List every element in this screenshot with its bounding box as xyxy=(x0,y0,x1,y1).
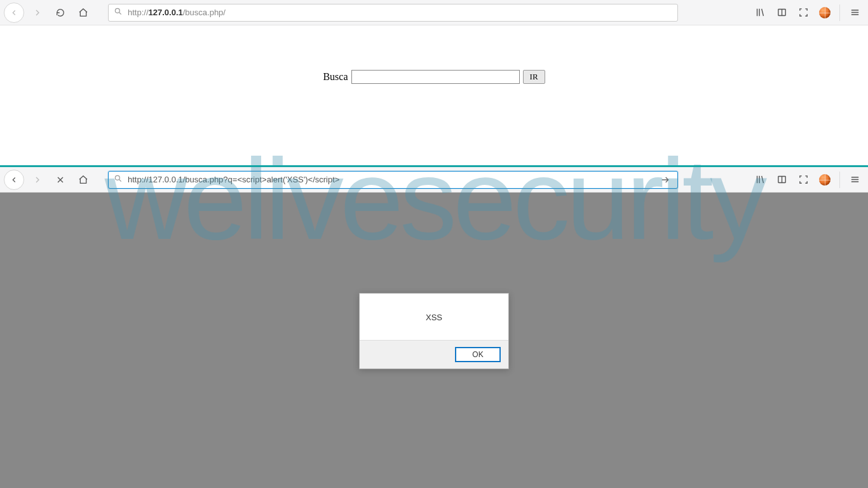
bottom-browser-toolbar: http://127.0.0.1/busca.php?q=<script>ale… xyxy=(0,167,868,193)
url-text: http://127.0.0.1/busca.php?q=<script>ale… xyxy=(128,175,339,184)
top-page-content: Busca IR xyxy=(0,25,868,165)
search-label: Busca xyxy=(323,71,348,83)
sidebar-icon[interactable] xyxy=(772,170,791,189)
top-browser-toolbar: http://127.0.0.1/busca.php/ xyxy=(0,0,868,25)
alert-ok-button[interactable]: OK xyxy=(455,347,501,362)
alert-message: XSS xyxy=(360,294,508,340)
toolbar-divider xyxy=(839,4,840,21)
javascript-alert-dialog: XSS OK xyxy=(359,293,509,369)
back-button[interactable] xyxy=(4,170,24,190)
home-button[interactable] xyxy=(74,170,93,189)
search-form: Busca IR xyxy=(323,70,545,84)
back-button[interactable] xyxy=(4,3,24,23)
screenshot-icon[interactable] xyxy=(794,170,813,189)
home-button[interactable] xyxy=(74,3,93,22)
search-icon xyxy=(114,174,123,185)
url-text: http://127.0.0.1/busca.php/ xyxy=(128,8,226,17)
search-input[interactable] xyxy=(351,70,520,84)
address-bar[interactable]: http://127.0.0.1/busca.php?q=<script>ale… xyxy=(108,171,678,189)
go-arrow-icon[interactable] xyxy=(658,173,672,186)
menu-icon[interactable] xyxy=(845,3,864,22)
bottom-page-content: XSS OK xyxy=(0,193,868,488)
menu-icon[interactable] xyxy=(845,170,864,189)
search-icon xyxy=(114,7,123,18)
svg-point-0 xyxy=(115,8,119,13)
svg-point-2 xyxy=(115,175,119,180)
noscript-icon[interactable] xyxy=(815,3,834,22)
screenshot-separator xyxy=(0,165,868,167)
address-bar[interactable]: http://127.0.0.1/busca.php/ xyxy=(108,4,678,22)
toolbar-divider xyxy=(839,172,840,188)
toolbar-right-icons xyxy=(750,170,864,189)
search-submit-button[interactable]: IR xyxy=(523,70,545,84)
library-icon[interactable] xyxy=(750,170,770,189)
reload-button[interactable] xyxy=(51,3,70,22)
alert-footer: OK xyxy=(360,340,508,369)
noscript-icon[interactable] xyxy=(815,170,834,189)
library-icon[interactable] xyxy=(750,3,770,22)
stop-button[interactable] xyxy=(51,170,70,189)
toolbar-right-icons xyxy=(750,3,864,22)
sidebar-icon[interactable] xyxy=(772,3,791,22)
forward-button[interactable] xyxy=(28,3,47,22)
forward-button[interactable] xyxy=(28,170,47,189)
screenshot-icon[interactable] xyxy=(794,3,813,22)
